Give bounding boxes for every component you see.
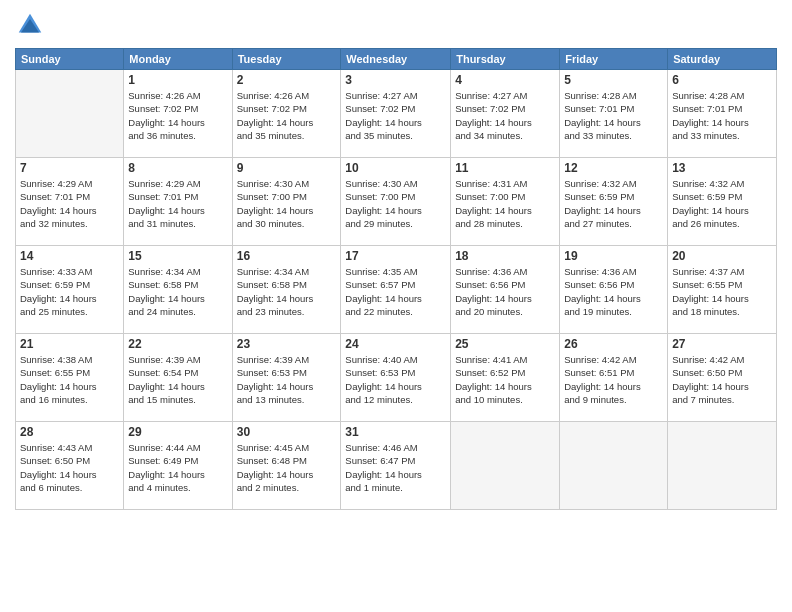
weekday-header: Friday: [560, 49, 668, 70]
calendar-cell: [668, 422, 777, 510]
weekday-header: Wednesday: [341, 49, 451, 70]
calendar-week-row: 28Sunrise: 4:43 AM Sunset: 6:50 PM Dayli…: [16, 422, 777, 510]
calendar-cell: 26Sunrise: 4:42 AM Sunset: 6:51 PM Dayli…: [560, 334, 668, 422]
calendar-cell: 11Sunrise: 4:31 AM Sunset: 7:00 PM Dayli…: [451, 158, 560, 246]
day-info: Sunrise: 4:39 AM Sunset: 6:54 PM Dayligh…: [128, 353, 227, 406]
calendar-cell: 31Sunrise: 4:46 AM Sunset: 6:47 PM Dayli…: [341, 422, 451, 510]
calendar-cell: 9Sunrise: 4:30 AM Sunset: 7:00 PM Daylig…: [232, 158, 341, 246]
day-number: 13: [672, 161, 772, 175]
day-info: Sunrise: 4:32 AM Sunset: 6:59 PM Dayligh…: [672, 177, 772, 230]
calendar-cell: 8Sunrise: 4:29 AM Sunset: 7:01 PM Daylig…: [124, 158, 232, 246]
day-info: Sunrise: 4:34 AM Sunset: 6:58 PM Dayligh…: [128, 265, 227, 318]
calendar-cell: 14Sunrise: 4:33 AM Sunset: 6:59 PM Dayli…: [16, 246, 124, 334]
calendar-week-row: 14Sunrise: 4:33 AM Sunset: 6:59 PM Dayli…: [16, 246, 777, 334]
day-info: Sunrise: 4:35 AM Sunset: 6:57 PM Dayligh…: [345, 265, 446, 318]
calendar-cell: 30Sunrise: 4:45 AM Sunset: 6:48 PM Dayli…: [232, 422, 341, 510]
logo-icon: [15, 10, 45, 40]
day-number: 11: [455, 161, 555, 175]
calendar-cell: [451, 422, 560, 510]
calendar-cell: 25Sunrise: 4:41 AM Sunset: 6:52 PM Dayli…: [451, 334, 560, 422]
day-info: Sunrise: 4:41 AM Sunset: 6:52 PM Dayligh…: [455, 353, 555, 406]
calendar-cell: 3Sunrise: 4:27 AM Sunset: 7:02 PM Daylig…: [341, 70, 451, 158]
day-info: Sunrise: 4:42 AM Sunset: 6:50 PM Dayligh…: [672, 353, 772, 406]
day-number: 12: [564, 161, 663, 175]
weekday-header: Monday: [124, 49, 232, 70]
day-number: 16: [237, 249, 337, 263]
day-number: 4: [455, 73, 555, 87]
day-number: 19: [564, 249, 663, 263]
day-number: 9: [237, 161, 337, 175]
calendar-table: SundayMondayTuesdayWednesdayThursdayFrid…: [15, 48, 777, 510]
calendar-cell: 5Sunrise: 4:28 AM Sunset: 7:01 PM Daylig…: [560, 70, 668, 158]
day-info: Sunrise: 4:36 AM Sunset: 6:56 PM Dayligh…: [455, 265, 555, 318]
day-info: Sunrise: 4:27 AM Sunset: 7:02 PM Dayligh…: [345, 89, 446, 142]
calendar-cell: 15Sunrise: 4:34 AM Sunset: 6:58 PM Dayli…: [124, 246, 232, 334]
calendar-cell: 24Sunrise: 4:40 AM Sunset: 6:53 PM Dayli…: [341, 334, 451, 422]
day-info: Sunrise: 4:29 AM Sunset: 7:01 PM Dayligh…: [128, 177, 227, 230]
day-info: Sunrise: 4:30 AM Sunset: 7:00 PM Dayligh…: [237, 177, 337, 230]
calendar-cell: 7Sunrise: 4:29 AM Sunset: 7:01 PM Daylig…: [16, 158, 124, 246]
day-number: 1: [128, 73, 227, 87]
day-info: Sunrise: 4:43 AM Sunset: 6:50 PM Dayligh…: [20, 441, 119, 494]
day-info: Sunrise: 4:34 AM Sunset: 6:58 PM Dayligh…: [237, 265, 337, 318]
day-info: Sunrise: 4:40 AM Sunset: 6:53 PM Dayligh…: [345, 353, 446, 406]
calendar-cell: 20Sunrise: 4:37 AM Sunset: 6:55 PM Dayli…: [668, 246, 777, 334]
calendar-cell: 6Sunrise: 4:28 AM Sunset: 7:01 PM Daylig…: [668, 70, 777, 158]
day-number: 27: [672, 337, 772, 351]
day-number: 25: [455, 337, 555, 351]
weekday-header: Thursday: [451, 49, 560, 70]
calendar-cell: 2Sunrise: 4:26 AM Sunset: 7:02 PM Daylig…: [232, 70, 341, 158]
day-number: 28: [20, 425, 119, 439]
day-number: 23: [237, 337, 337, 351]
day-info: Sunrise: 4:30 AM Sunset: 7:00 PM Dayligh…: [345, 177, 446, 230]
logo: [15, 10, 47, 40]
day-number: 21: [20, 337, 119, 351]
day-info: Sunrise: 4:38 AM Sunset: 6:55 PM Dayligh…: [20, 353, 119, 406]
weekday-header: Sunday: [16, 49, 124, 70]
day-info: Sunrise: 4:37 AM Sunset: 6:55 PM Dayligh…: [672, 265, 772, 318]
weekday-header: Saturday: [668, 49, 777, 70]
calendar-cell: 13Sunrise: 4:32 AM Sunset: 6:59 PM Dayli…: [668, 158, 777, 246]
day-info: Sunrise: 4:28 AM Sunset: 7:01 PM Dayligh…: [672, 89, 772, 142]
calendar-cell: 23Sunrise: 4:39 AM Sunset: 6:53 PM Dayli…: [232, 334, 341, 422]
day-number: 6: [672, 73, 772, 87]
calendar-cell: 27Sunrise: 4:42 AM Sunset: 6:50 PM Dayli…: [668, 334, 777, 422]
day-number: 22: [128, 337, 227, 351]
weekday-header: Tuesday: [232, 49, 341, 70]
day-info: Sunrise: 4:46 AM Sunset: 6:47 PM Dayligh…: [345, 441, 446, 494]
calendar-cell: 4Sunrise: 4:27 AM Sunset: 7:02 PM Daylig…: [451, 70, 560, 158]
day-number: 17: [345, 249, 446, 263]
day-number: 31: [345, 425, 446, 439]
calendar-cell: 17Sunrise: 4:35 AM Sunset: 6:57 PM Dayli…: [341, 246, 451, 334]
day-number: 3: [345, 73, 446, 87]
day-info: Sunrise: 4:45 AM Sunset: 6:48 PM Dayligh…: [237, 441, 337, 494]
header: [15, 10, 777, 40]
calendar-cell: 18Sunrise: 4:36 AM Sunset: 6:56 PM Dayli…: [451, 246, 560, 334]
calendar-cell: 28Sunrise: 4:43 AM Sunset: 6:50 PM Dayli…: [16, 422, 124, 510]
day-info: Sunrise: 4:33 AM Sunset: 6:59 PM Dayligh…: [20, 265, 119, 318]
calendar-cell: [560, 422, 668, 510]
day-number: 7: [20, 161, 119, 175]
day-number: 18: [455, 249, 555, 263]
calendar-cell: [16, 70, 124, 158]
day-number: 26: [564, 337, 663, 351]
day-info: Sunrise: 4:31 AM Sunset: 7:00 PM Dayligh…: [455, 177, 555, 230]
day-number: 24: [345, 337, 446, 351]
day-info: Sunrise: 4:39 AM Sunset: 6:53 PM Dayligh…: [237, 353, 337, 406]
day-info: Sunrise: 4:26 AM Sunset: 7:02 PM Dayligh…: [237, 89, 337, 142]
day-info: Sunrise: 4:27 AM Sunset: 7:02 PM Dayligh…: [455, 89, 555, 142]
calendar-week-row: 7Sunrise: 4:29 AM Sunset: 7:01 PM Daylig…: [16, 158, 777, 246]
day-info: Sunrise: 4:36 AM Sunset: 6:56 PM Dayligh…: [564, 265, 663, 318]
calendar-cell: 1Sunrise: 4:26 AM Sunset: 7:02 PM Daylig…: [124, 70, 232, 158]
calendar-cell: 29Sunrise: 4:44 AM Sunset: 6:49 PM Dayli…: [124, 422, 232, 510]
day-number: 10: [345, 161, 446, 175]
calendar-cell: 19Sunrise: 4:36 AM Sunset: 6:56 PM Dayli…: [560, 246, 668, 334]
page-container: SundayMondayTuesdayWednesdayThursdayFrid…: [0, 0, 792, 612]
day-info: Sunrise: 4:32 AM Sunset: 6:59 PM Dayligh…: [564, 177, 663, 230]
day-info: Sunrise: 4:26 AM Sunset: 7:02 PM Dayligh…: [128, 89, 227, 142]
day-number: 5: [564, 73, 663, 87]
day-number: 8: [128, 161, 227, 175]
day-info: Sunrise: 4:44 AM Sunset: 6:49 PM Dayligh…: [128, 441, 227, 494]
day-info: Sunrise: 4:29 AM Sunset: 7:01 PM Dayligh…: [20, 177, 119, 230]
day-number: 15: [128, 249, 227, 263]
